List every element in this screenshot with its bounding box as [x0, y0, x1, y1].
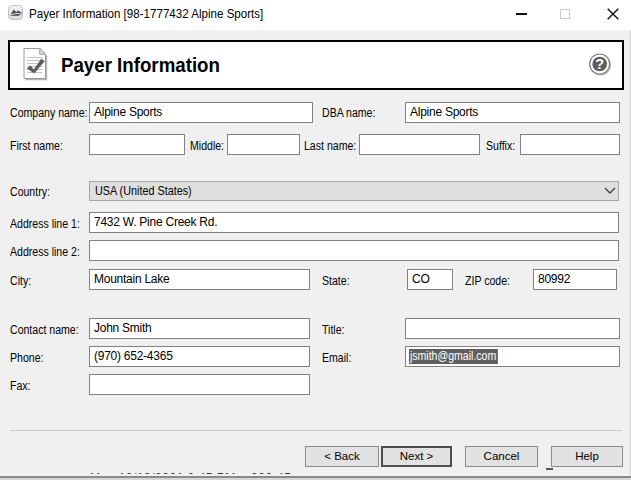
svg-text:?: ?	[595, 56, 604, 72]
